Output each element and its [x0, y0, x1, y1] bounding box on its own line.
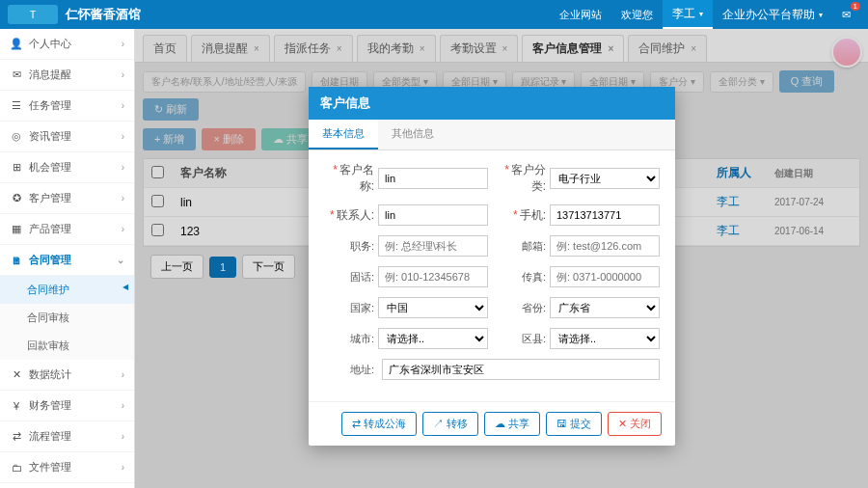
- select-city[interactable]: 请选择..: [378, 328, 488, 349]
- nav-site[interactable]: 企业网站: [550, 0, 611, 29]
- nav-label: 客户管理: [29, 191, 122, 205]
- sidebar-item-1[interactable]: ✉消息提醒›: [0, 60, 134, 91]
- nav-label: 机会管理: [29, 160, 122, 175]
- nav-icon: ✪: [10, 192, 23, 204]
- sidebar-item-2[interactable]: ☰任务管理›: [0, 91, 134, 122]
- caret-down-icon: ▾: [819, 11, 823, 19]
- input-mail[interactable]: [550, 235, 660, 257]
- chevron-icon: ›: [122, 369, 124, 380]
- chevron-icon: ›: [122, 69, 124, 80]
- nav-icon: ☰: [10, 99, 23, 112]
- label-contact: *联系人:: [324, 207, 374, 224]
- user-menu[interactable]: 李工▾: [663, 0, 713, 29]
- transfer-button[interactable]: ↗ 转移: [422, 412, 478, 436]
- input-job[interactable]: [378, 235, 488, 257]
- input-tel[interactable]: [378, 266, 488, 287]
- label-job: 职务:: [324, 239, 374, 254]
- chevron-icon: ›: [122, 431, 124, 442]
- nav-icon: 🗀: [10, 462, 23, 474]
- nav-icon: ✉: [10, 68, 23, 81]
- nav-icon: 🗎: [10, 255, 23, 266]
- nav-label: 文件管理: [29, 460, 122, 474]
- select-province[interactable]: 广东省: [550, 297, 660, 318]
- label-district: 区县:: [496, 332, 546, 346]
- nav-label: 资讯管理: [29, 129, 122, 144]
- tab-basic-info[interactable]: 基本信息: [309, 120, 378, 149]
- subnav-item-0[interactable]: 合同维护: [0, 276, 134, 304]
- modal-title: 客户信息: [309, 87, 675, 120]
- nav-icon: ✕: [10, 368, 23, 381]
- label-category: *客户分类:: [496, 162, 546, 195]
- input-address[interactable]: [382, 359, 660, 380]
- select-category[interactable]: 电子行业: [550, 168, 660, 189]
- sidebar-item-12[interactable]: ◷考勤管理›: [0, 483, 134, 488]
- nav-icon: ▦: [10, 223, 23, 235]
- nav-icon: ⊞: [10, 161, 23, 174]
- label-tel: 固话:: [324, 270, 374, 285]
- nav-label: 个人中心: [29, 37, 122, 51]
- notif-badge: 1: [851, 2, 860, 11]
- topbar: T 仁怀酱香酒馆 企业网站 欢迎您 李工▾ 企业办公平台帮助▾ ✉1: [0, 0, 868, 29]
- sidebar-item-6[interactable]: ▦产品管理›: [0, 214, 134, 245]
- sidebar-item-8[interactable]: ✕数据统计›: [0, 360, 134, 391]
- sidebar-item-9[interactable]: ¥财务管理›: [0, 391, 134, 421]
- label-city: 城市:: [324, 332, 374, 346]
- close-button[interactable]: ✕ 关闭: [608, 412, 662, 436]
- label-country: 国家:: [324, 301, 374, 315]
- chevron-icon: ›: [122, 400, 124, 411]
- select-country[interactable]: 中国: [378, 297, 488, 318]
- input-name[interactable]: [378, 168, 488, 189]
- chevron-icon: ›: [122, 462, 124, 473]
- sidebar-item-7[interactable]: 🗎合同管理⌄: [0, 245, 134, 276]
- nav-label: 合同管理: [29, 253, 117, 267]
- sidebar-item-4[interactable]: ⊞机会管理›: [0, 152, 134, 183]
- sidebar: 👤个人中心›✉消息提醒›☰任务管理›◎资讯管理›⊞机会管理›✪客户管理›▦产品管…: [0, 29, 135, 488]
- nav-icon: ¥: [10, 400, 23, 412]
- help-menu[interactable]: 企业办公平台帮助▾: [713, 0, 832, 29]
- nav-label: 消息提醒: [29, 68, 122, 82]
- label-name: *客户名称:: [324, 162, 374, 195]
- sidebar-item-10[interactable]: ⇄流程管理›: [0, 421, 134, 452]
- share-button[interactable]: ☁ 共享: [484, 412, 540, 436]
- modal-body: *客户名称: *客户分类:电子行业 *联系人: *手机: 职务: 邮箱: 固话:…: [309, 150, 675, 401]
- select-district[interactable]: 请选择..: [550, 328, 660, 349]
- notifications-icon[interactable]: ✉1: [832, 0, 860, 29]
- sidebar-item-11[interactable]: 🗀文件管理›: [0, 452, 134, 483]
- submit-button[interactable]: 🖫 提交: [546, 412, 602, 436]
- input-contact[interactable]: [378, 204, 488, 226]
- label-province: 省份:: [496, 301, 546, 315]
- chevron-icon: ›: [122, 162, 124, 173]
- chevron-icon: ›: [122, 193, 124, 203]
- chevron-icon: ⌄: [117, 255, 124, 265]
- input-fax[interactable]: [550, 266, 660, 287]
- label-fax: 传真:: [496, 270, 546, 285]
- label-address: 地址:: [324, 363, 374, 377]
- brand-name: 仁怀酱香酒馆: [66, 6, 141, 23]
- logo: T: [8, 5, 58, 24]
- modal-footer: ⇄ 转成公海 ↗ 转移 ☁ 共享 🖫 提交 ✕ 关闭: [309, 401, 675, 446]
- nav-icon: ⇄: [10, 430, 23, 443]
- nav-icon: ◎: [10, 130, 23, 143]
- modal-tabs: 基本信息 其他信息: [309, 120, 675, 150]
- sidebar-item-3[interactable]: ◎资讯管理›: [0, 122, 134, 152]
- subnav-item-2[interactable]: 回款审核: [0, 332, 134, 360]
- label-mail: 邮箱:: [496, 239, 546, 254]
- sidebar-item-0[interactable]: 👤个人中心›: [0, 29, 134, 60]
- chevron-icon: ›: [122, 100, 124, 111]
- welcome-text: 欢迎您: [611, 0, 663, 29]
- nav-label: 数据统计: [29, 367, 122, 382]
- chevron-icon: ›: [122, 224, 124, 234]
- sidebar-item-5[interactable]: ✪客户管理›: [0, 183, 134, 214]
- nav-label: 产品管理: [29, 222, 122, 236]
- chevron-icon: ›: [122, 39, 124, 49]
- nav-label: 流程管理: [29, 429, 122, 444]
- nav-label: 财务管理: [29, 398, 122, 413]
- input-mobile[interactable]: [550, 204, 660, 226]
- nav-label: 任务管理: [29, 98, 122, 113]
- label-mobile: *手机:: [496, 207, 546, 224]
- tab-other-info[interactable]: 其他信息: [378, 120, 448, 149]
- subnav-item-1[interactable]: 合同审核: [0, 304, 134, 332]
- nav-icon: 👤: [10, 38, 23, 50]
- to-public-button[interactable]: ⇄ 转成公海: [341, 412, 417, 436]
- caret-down-icon: ▾: [699, 10, 703, 18]
